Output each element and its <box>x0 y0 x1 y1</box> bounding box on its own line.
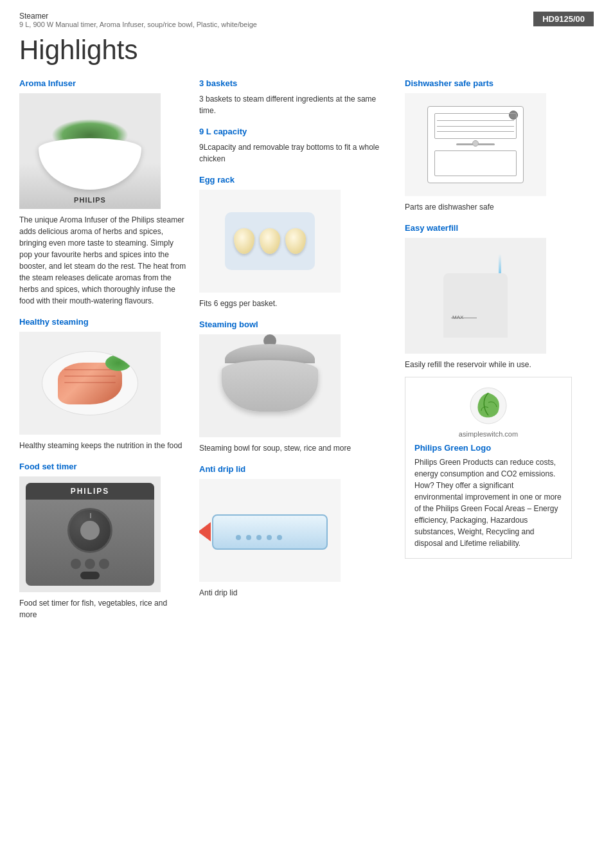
salmon-line-3 <box>64 382 116 383</box>
feature-title-dishwasher-safe: Dishwasher safe parts <box>405 78 572 88</box>
feature-title-food-set-timer: Food set timer <box>19 462 186 471</box>
feature-caption-anti-drip-lid: Anti drip lid <box>199 587 392 599</box>
antidip-dot-4 <box>267 535 272 540</box>
timer-indicator <box>80 521 100 540</box>
feature-caption-easy-waterfill: Easily refill the reservoir while in use… <box>405 359 572 370</box>
timer-body <box>26 500 154 584</box>
spray-arm-circle <box>472 140 479 147</box>
feature-image-aroma-infuser: PHILIPS <box>19 93 161 209</box>
timer-device-decoration: PHILIPS <box>26 483 154 586</box>
model-badge: HD9125/00 <box>533 12 594 26</box>
green-site-label: asimpleswitch.com <box>414 430 562 438</box>
timer-switch <box>80 572 100 579</box>
timer-tick <box>90 513 91 518</box>
feature-title-easy-waterfill: Easy waterfill <box>405 223 572 233</box>
waterfill-steamer-decoration: MAX <box>437 254 514 338</box>
feature-image-easy-waterfill: MAX <box>405 238 546 354</box>
egg-1 <box>234 228 254 254</box>
feature-text-9l-capacity: 9Lcapacity and removable tray bottoms to… <box>199 141 392 165</box>
product-info: Steamer 9 L, 900 W Manual timer, Aroma I… <box>19 12 257 28</box>
antidip-dot-1 <box>236 535 241 540</box>
wf-body: MAX <box>443 273 508 338</box>
feature-title-philips-green-logo: Philips Green Logo <box>414 443 562 453</box>
page-title: Highlights <box>0 28 613 78</box>
egg-3 <box>285 228 306 254</box>
feature-title-aroma-infuser: Aroma Infuser <box>19 78 186 88</box>
feature-text-food-timer: Food set timer for fish, vegetables, ric… <box>19 597 186 620</box>
page-header: Steamer 9 L, 900 W Manual timer, Aroma I… <box>0 0 613 28</box>
product-type: Steamer <box>19 12 257 21</box>
feature-image-healthy-steaming <box>19 332 161 435</box>
dishwasher-box <box>427 106 524 183</box>
feature-title-9l-capacity: 9 L capacity <box>199 127 392 136</box>
greens-garnish-decoration <box>105 355 131 371</box>
steam-bowl-container <box>222 360 318 411</box>
product-description: 9 L, 900 W Manual timer, Aroma Infuser, … <box>19 21 257 28</box>
feature-title-egg-rack: Egg rack <box>199 175 392 185</box>
antidip-dot-5 <box>277 535 282 540</box>
feature-image-food-timer: PHILIPS <box>19 476 161 592</box>
wf-max-text: MAX <box>452 314 463 320</box>
green-leaf-icon <box>469 386 508 425</box>
dishwasher-rack-top <box>434 113 517 139</box>
steam-bowl-body <box>222 360 318 411</box>
rack-line-1 <box>437 120 514 121</box>
antidip-dot-3 <box>256 535 262 540</box>
feature-title-anti-drip-lid: Anti drip lid <box>199 464 392 474</box>
timer-icon-3 <box>99 559 109 569</box>
feature-caption-egg-rack: Fits 6 eggs per basket. <box>199 298 392 309</box>
timer-icons-row <box>71 559 109 569</box>
timer-icon-2 <box>85 559 95 569</box>
feature-title-steaming-bowl: Steaming bowl <box>199 320 392 329</box>
column-mid: 3 baskets 3 baskets to steam different i… <box>193 78 398 627</box>
column-left: Aroma Infuser PHILIPS The unique Aroma I… <box>13 78 193 627</box>
philips-green-logo-box: asimpleswitch.com Philips Green Logo Phi… <box>405 377 572 559</box>
timer-header: PHILIPS <box>26 483 154 500</box>
rack-line-2 <box>437 126 514 127</box>
feature-caption-dishwasher-safe: Parts are dishwasher safe <box>405 201 572 213</box>
feature-text-aroma-infuser: The unique Aroma Infuser of the Philips … <box>19 214 186 307</box>
antidip-dot-2 <box>246 535 251 540</box>
timer-brand-label: PHILIPS <box>71 487 110 496</box>
feature-text-3-baskets: 3 baskets to steam different ingredients… <box>199 93 392 116</box>
egg-tray-decoration <box>225 212 315 270</box>
dishwasher-rack-bottom <box>434 150 517 176</box>
feature-title-healthy-steaming: Healthy steaming <box>19 317 186 327</box>
feature-image-egg-rack <box>199 190 341 293</box>
antidip-container <box>212 505 328 556</box>
rack-line-3 <box>437 131 514 132</box>
feature-text-philips-green-logo: Philips Green Products can reduce costs,… <box>414 457 562 549</box>
antidip-arrow-icon <box>199 522 211 541</box>
column-right: Dishwasher safe parts Parts are dishwash… <box>398 78 578 627</box>
egg-2 <box>260 228 280 254</box>
salmon-lines-decoration <box>64 369 116 398</box>
aroma-bowl-decoration <box>39 138 141 190</box>
philips-brand-label: PHILIPS <box>74 196 106 204</box>
salmon-line-2 <box>64 375 116 377</box>
content-grid: Aroma Infuser PHILIPS The unique Aroma I… <box>0 78 613 627</box>
salmon-line-1 <box>64 369 116 370</box>
antidip-main-body <box>212 514 328 550</box>
feature-caption-steaming-bowl: Steaming bowl for soup, stew, rice and m… <box>199 442 392 454</box>
feature-image-dishwasher-safe <box>405 93 546 196</box>
feature-image-anti-drip-lid <box>199 479 341 582</box>
salmon-plate-decoration <box>42 351 138 415</box>
timer-icon-1 <box>71 559 81 569</box>
feature-title-3-baskets: 3 baskets <box>199 78 392 88</box>
antidip-dots <box>236 535 282 540</box>
feature-text-healthy-steaming: Healthy steaming keeps the nutrition in … <box>19 440 186 451</box>
spray-arm <box>456 142 495 147</box>
feature-image-steaming-bowl <box>199 334 341 437</box>
timer-dial <box>67 508 112 553</box>
